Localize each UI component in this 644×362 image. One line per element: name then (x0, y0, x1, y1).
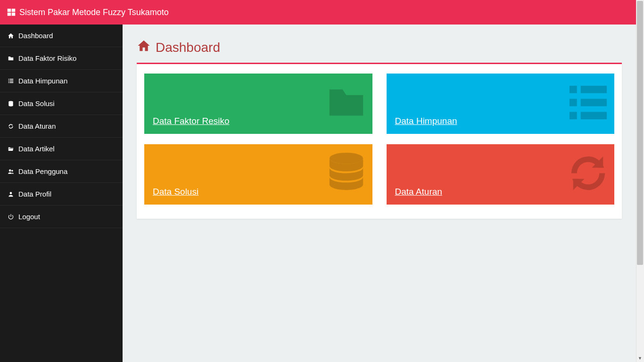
sidebar-item-label: Data Himpunan (18, 77, 67, 85)
sidebar-item-artikel[interactable]: Data Artikel (0, 138, 123, 160)
card-solusi[interactable]: Data Solusi (144, 144, 372, 205)
svg-rect-9 (10, 82, 14, 83)
database-icon (324, 151, 369, 198)
svg-point-11 (9, 169, 11, 172)
database-icon (7, 100, 15, 107)
svg-rect-18 (570, 112, 577, 119)
sidebar-item-label: Data Faktor Risiko (18, 54, 76, 62)
sidebar-item-label: Data Solusi (18, 99, 55, 107)
svg-rect-0 (8, 9, 11, 12)
svg-rect-5 (10, 79, 14, 80)
svg-rect-3 (12, 13, 16, 16)
card-label: Data Himpunan (395, 116, 457, 126)
folder-open-icon (7, 146, 15, 152)
svg-rect-7 (10, 80, 14, 81)
dashboard-panel: Data Faktor Resiko Data Himpunan Data So… (137, 63, 622, 219)
sidebar-item-label: Data Aturan (18, 122, 56, 130)
svg-rect-14 (570, 86, 577, 93)
sidebar-item-label: Logout (18, 213, 40, 221)
sidebar-item-faktor-risiko[interactable]: Data Faktor Risiko (0, 47, 123, 70)
sidebar: Dashboard Data Faktor Risiko Data Himpun… (0, 25, 123, 362)
card-label: Data Faktor Resiko (153, 116, 230, 126)
svg-rect-4 (8, 79, 9, 80)
svg-point-13 (10, 192, 12, 194)
list-icon (7, 78, 15, 84)
page-title: Dashboard (137, 39, 622, 56)
sidebar-item-profil[interactable]: Data Profil (0, 183, 123, 206)
svg-point-20 (329, 153, 363, 164)
topbar: Sistem Pakar Metode Fuzzy Tsukamoto (0, 0, 636, 25)
sidebar-item-logout[interactable]: Logout (0, 206, 123, 228)
sidebar-item-himpunan[interactable]: Data Himpunan (0, 70, 123, 92)
sidebar-item-label: Data Artikel (18, 145, 55, 153)
power-icon (7, 214, 15, 220)
page-title-text: Dashboard (156, 40, 220, 55)
svg-rect-16 (570, 99, 577, 107)
card-label: Data Aturan (395, 187, 442, 197)
sidebar-item-label: Data Pengguna (18, 167, 67, 175)
folder-icon (7, 55, 15, 62)
sidebar-item-solusi[interactable]: Data Solusi (0, 92, 123, 115)
scrollbar[interactable]: ▲ ▼ (636, 0, 644, 362)
users-icon (7, 168, 15, 175)
list-icon (566, 80, 611, 127)
svg-rect-8 (8, 82, 9, 83)
sidebar-item-aturan[interactable]: Data Aturan (0, 115, 123, 138)
refresh-icon (7, 123, 15, 130)
windows-icon (7, 8, 16, 16)
card-aturan[interactable]: Data Aturan (387, 144, 615, 205)
main-content: Dashboard Data Faktor Resiko Data Himpun… (123, 25, 636, 362)
card-faktor-resiko[interactable]: Data Faktor Resiko (144, 74, 372, 134)
user-icon (7, 191, 15, 197)
sidebar-item-label: Data Profil (18, 190, 51, 198)
svg-rect-6 (8, 80, 9, 81)
home-icon (7, 33, 15, 39)
svg-point-12 (11, 170, 13, 172)
sidebar-item-dashboard[interactable]: Dashboard (0, 25, 123, 47)
sidebar-item-pengguna[interactable]: Data Pengguna (0, 160, 123, 183)
svg-rect-19 (581, 112, 607, 119)
card-label: Data Solusi (153, 187, 198, 197)
svg-rect-2 (8, 13, 11, 16)
folder-icon (324, 80, 369, 127)
scroll-down-icon[interactable]: ▼ (636, 354, 644, 362)
svg-rect-15 (581, 86, 607, 93)
app-title: Sistem Pakar Metode Fuzzy Tsukamoto (19, 8, 169, 17)
refresh-icon (566, 151, 611, 198)
home-icon (137, 39, 151, 56)
scrollbar-thumb[interactable] (637, 1, 643, 265)
svg-rect-17 (581, 99, 607, 107)
card-himpunan[interactable]: Data Himpunan (387, 74, 615, 134)
sidebar-item-label: Dashboard (18, 32, 53, 40)
svg-rect-1 (12, 9, 16, 12)
